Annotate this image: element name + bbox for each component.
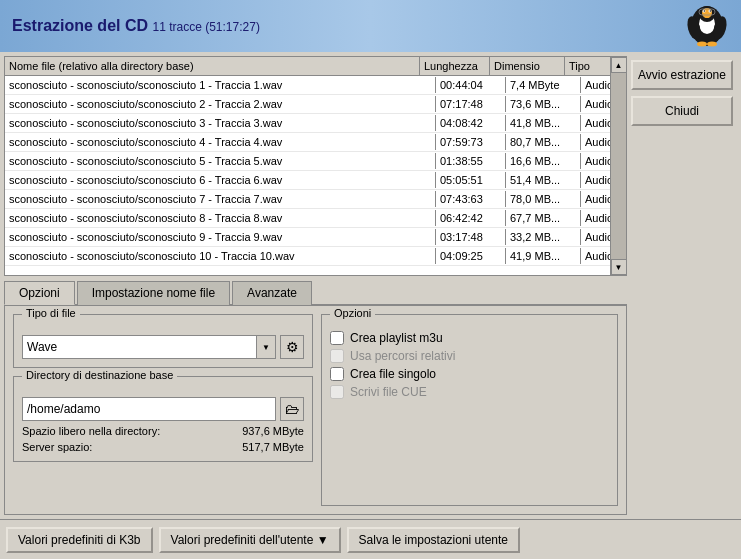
- table-row[interactable]: sconosciuto - sconosciuto/sconosciuto 4 …: [5, 133, 626, 152]
- table-row[interactable]: sconosciuto - sconosciuto/sconosciuto 6 …: [5, 171, 626, 190]
- table-row[interactable]: sconosciuto - sconosciuto/sconosciuto 2 …: [5, 95, 626, 114]
- server-space-row: Server spazio: 517,7 MByte: [22, 441, 304, 453]
- table-row[interactable]: sconosciuto - sconosciuto/sconosciuto 9 …: [5, 228, 626, 247]
- svg-point-11: [697, 42, 707, 47]
- bottom-btn-0[interactable]: Valori predefiniti di K3b: [6, 527, 153, 553]
- checkbox-playlist-row: Crea playlist m3u: [330, 331, 609, 345]
- cell-length: 04:09:25: [436, 248, 506, 264]
- table-row[interactable]: sconosciuto - sconosciuto/sconosciuto 10…: [5, 247, 626, 266]
- cell-size: 80,7 MB...: [506, 134, 581, 150]
- server-space-value: 517,7 MByte: [242, 441, 304, 453]
- dest-input[interactable]: [22, 397, 276, 421]
- cell-name: sconosciuto - sconosciuto/sconosciuto 4 …: [5, 134, 436, 150]
- table-row[interactable]: sconosciuto - sconosciuto/sconosciuto 1 …: [5, 76, 626, 95]
- free-space-value: 937,6 MByte: [242, 425, 304, 437]
- cell-length: 06:42:42: [436, 210, 506, 226]
- right-panel: Avvio estrazione Chiudi: [627, 56, 737, 515]
- file-type-row: Wave MP3 OGG FLAC ▼ ⚙: [22, 335, 304, 359]
- tab-avanzate[interactable]: Avanzate: [232, 281, 312, 305]
- left-panel: Nome file (relativo alla directory base)…: [4, 56, 627, 515]
- cell-name: sconosciuto - sconosciuto/sconosciuto 7 …: [5, 191, 436, 207]
- checkbox-single-label: Crea file singolo: [350, 367, 436, 381]
- left-fields: Tipo di file Wave MP3 OGG FLAC ▼: [13, 314, 313, 506]
- checkbox-relative-label: Usa percorsi relativi: [350, 349, 455, 363]
- svg-point-7: [710, 10, 711, 11]
- options-panel: Tipo di file Wave MP3 OGG FLAC ▼: [4, 305, 627, 515]
- start-button[interactable]: Avvio estrazione: [631, 60, 733, 90]
- file-type-select-wrapper[interactable]: Wave MP3 OGG FLAC ▼: [22, 335, 276, 359]
- server-space-label: Server spazio:: [22, 441, 92, 453]
- cell-length: 07:43:63: [436, 191, 506, 207]
- cell-size: 41,8 MB...: [506, 115, 581, 131]
- dest-row: 🗁: [22, 397, 304, 421]
- cell-length: 07:17:48: [436, 96, 506, 112]
- free-space-label: Spazio libero nella directory:: [22, 425, 160, 437]
- file-type-legend: Tipo di file: [22, 307, 80, 319]
- cell-size: 41,9 MB...: [506, 248, 581, 264]
- bottom-bar: Valori predefiniti di K3bValori predefin…: [0, 519, 741, 559]
- close-button[interactable]: Chiudi: [631, 96, 733, 126]
- table-row[interactable]: sconosciuto - sconosciuto/sconosciuto 7 …: [5, 190, 626, 209]
- cell-length: 04:08:42: [436, 115, 506, 131]
- tabs-bar: OpzioniImpostazione nome fileAvanzate: [4, 280, 627, 305]
- table-row[interactable]: sconosciuto - sconosciuto/sconosciuto 3 …: [5, 114, 626, 133]
- cell-length: 03:17:48: [436, 229, 506, 245]
- file-type-fieldset: Tipo di file Wave MP3 OGG FLAC ▼: [13, 314, 313, 368]
- cell-size: 51,4 MB...: [506, 172, 581, 188]
- cell-size: 33,2 MB...: [506, 229, 581, 245]
- table-row[interactable]: sconosciuto - sconosciuto/sconosciuto 8 …: [5, 209, 626, 228]
- file-list-body[interactable]: sconosciuto - sconosciuto/sconosciuto 1 …: [5, 76, 626, 272]
- col-header-size: Dimensio: [490, 57, 565, 75]
- header-title-text: Estrazione del CD: [12, 17, 148, 34]
- checkbox-relative-row: Usa percorsi relativi: [330, 349, 609, 363]
- free-space-row: Spazio libero nella directory: 937,6 MBy…: [22, 425, 304, 437]
- header-subtitle: 11 tracce (51:17:27): [152, 20, 259, 34]
- file-type-select[interactable]: Wave MP3 OGG FLAC: [22, 335, 276, 359]
- checkbox-single[interactable]: [330, 367, 344, 381]
- tab-opzioni[interactable]: Opzioni: [4, 281, 75, 305]
- checkbox-cue[interactable]: [330, 385, 344, 399]
- folder-button[interactable]: 🗁: [280, 397, 304, 421]
- checkbox-playlist-label: Crea playlist m3u: [350, 331, 443, 345]
- cell-length: 01:38:55: [436, 153, 506, 169]
- bottom-btn-2[interactable]: Salva le impostazioni utente: [347, 527, 520, 553]
- gear-button[interactable]: ⚙: [280, 335, 304, 359]
- app-logo: [669, 4, 729, 48]
- dest-fieldset: Directory di destinazione base 🗁 Spazio …: [13, 376, 313, 462]
- scroll-up-btn[interactable]: ▲: [611, 57, 627, 73]
- cell-length: 07:59:73: [436, 134, 506, 150]
- scroll-down-btn[interactable]: ▼: [611, 259, 627, 275]
- right-options-fieldset: Opzioni Crea playlist m3u Usa percorsi r…: [321, 314, 618, 506]
- content-area: Nome file (relativo alla directory base)…: [0, 52, 741, 519]
- dropdown-arrow-icon: ▼: [317, 533, 329, 547]
- cell-size: 16,6 MB...: [506, 153, 581, 169]
- svg-point-6: [704, 10, 705, 11]
- scrollbar[interactable]: ▲ ▼: [610, 57, 626, 275]
- tux-icon: [669, 4, 729, 48]
- col-header-type: Tipo: [565, 57, 610, 75]
- cell-name: sconosciuto - sconosciuto/sconosciuto 3 …: [5, 115, 436, 131]
- file-list-header: Nome file (relativo alla directory base)…: [5, 57, 626, 76]
- cell-name: sconosciuto - sconosciuto/sconosciuto 2 …: [5, 96, 436, 112]
- cell-size: 7,4 MByte: [506, 77, 581, 93]
- scroll-track[interactable]: [611, 73, 627, 259]
- cell-name: sconosciuto - sconosciuto/sconosciuto 6 …: [5, 172, 436, 188]
- cell-length: 00:44:04: [436, 77, 506, 93]
- cell-name: sconosciuto - sconosciuto/sconosciuto 9 …: [5, 229, 436, 245]
- bottom-btn-1[interactable]: Valori predefiniti dell'utente ▼: [159, 527, 341, 553]
- svg-point-12: [707, 42, 717, 47]
- table-row[interactable]: sconosciuto - sconosciuto/sconosciuto 5 …: [5, 152, 626, 171]
- tab-impostazione-nome-file[interactable]: Impostazione nome file: [77, 281, 230, 305]
- header-title: Estrazione del CD 11 tracce (51:17:27): [12, 17, 260, 34]
- cell-length: 05:05:51: [436, 172, 506, 188]
- checkbox-cue-label: Scrivi file CUE: [350, 385, 427, 399]
- cell-name: sconosciuto - sconosciuto/sconosciuto 10…: [5, 248, 436, 264]
- checkbox-playlist[interactable]: [330, 331, 344, 345]
- dest-legend: Directory di destinazione base: [22, 369, 177, 381]
- checkbox-relative[interactable]: [330, 349, 344, 363]
- options-legend: Opzioni: [330, 307, 375, 319]
- cell-name: sconosciuto - sconosciuto/sconosciuto 5 …: [5, 153, 436, 169]
- cell-name: sconosciuto - sconosciuto/sconosciuto 1 …: [5, 77, 436, 93]
- checkbox-single-row: Crea file singolo: [330, 367, 609, 381]
- header: Estrazione del CD 11 tracce (51:17:27): [0, 0, 741, 52]
